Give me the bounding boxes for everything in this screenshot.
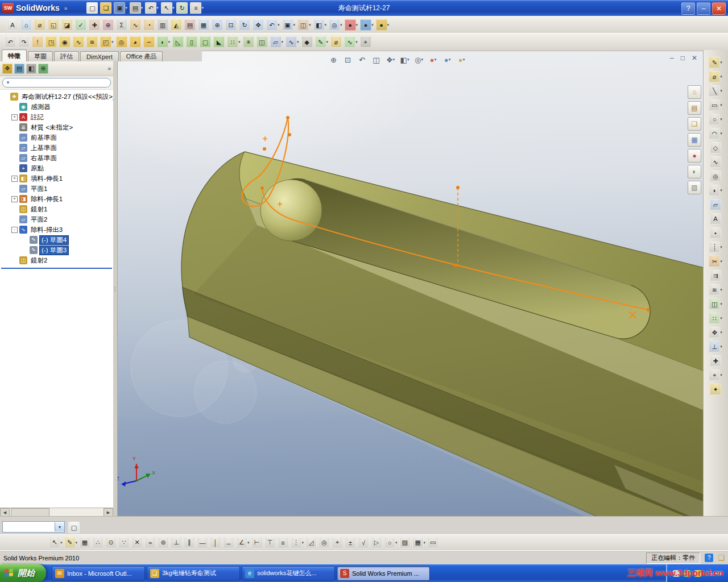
area-hatch[interactable]: ▨ <box>399 537 411 548</box>
zebra-stripes[interactable]: ▥ <box>157 19 169 31</box>
dropdown-arrow-icon[interactable]: ▾ <box>168 40 171 44</box>
dropdown-arrow-icon[interactable]: ▾ <box>125 6 127 10</box>
open[interactable]: ❏ <box>100 2 112 14</box>
draft-analysis[interactable]: ◭ <box>171 19 183 31</box>
spell-checker[interactable]: A <box>7 19 19 31</box>
undo[interactable]: ↶ ▾ <box>145 2 159 14</box>
display-style[interactable]: ◧ ▾ <box>313 19 328 31</box>
tree-item[interactable]: ◫ 鏡射1 <box>0 204 113 214</box>
tree-item[interactable]: + ◧ 填料-伸長1 <box>0 173 113 184</box>
text[interactable]: A <box>710 213 722 225</box>
section-properties[interactable]: ◪ <box>61 19 73 31</box>
snap-vertical[interactable]: │ <box>210 537 222 548</box>
geometry-analysis[interactable]: ✚ <box>89 19 101 31</box>
dimension-horizontal[interactable]: ⊢ <box>251 537 263 548</box>
snap-midpoint[interactable]: ∵ <box>118 537 130 548</box>
tree-expander[interactable]: + <box>11 176 18 182</box>
panel-splitter[interactable]: ⋮ <box>113 61 118 516</box>
instant3d[interactable]: ◆ <box>301 36 313 48</box>
commandmanager-tab[interactable]: 草圖 <box>28 51 53 61</box>
rapid-sketch[interactable]: ✦ <box>710 384 722 395</box>
dropdown-arrow-icon[interactable]: ▾ <box>278 23 280 27</box>
spline[interactable]: ∿ <box>710 156 722 168</box>
display-relations[interactable]: ⊥ ▾ <box>709 341 723 352</box>
view-orientation[interactable]: ❖▾ <box>386 55 396 65</box>
spline-tools[interactable]: ∿ ▾ <box>344 36 358 48</box>
convert-entities[interactable]: ⇉ <box>710 270 722 281</box>
curvature[interactable]: ◔ <box>143 19 155 31</box>
dropdown-arrow-icon[interactable]: ▾ <box>141 6 143 10</box>
snap-perpendicular[interactable]: ⊥ <box>171 537 183 548</box>
commandmanager-tab[interactable]: 評估 <box>54 51 79 61</box>
dropdown-arrow-icon[interactable]: ▾ <box>111 40 114 44</box>
snap-tangent[interactable]: ⊚ <box>158 537 169 548</box>
tree-item[interactable]: ⌖ 原點 <box>0 163 113 173</box>
tree-item[interactable]: - ∿ 除料-掃出3 <box>0 225 113 235</box>
sketch[interactable]: ✎ ▾ <box>709 57 723 68</box>
extruded-boss[interactable]: ◳ <box>46 36 57 48</box>
view-settings[interactable]: ● ▾ <box>376 19 390 31</box>
tree-item[interactable]: + ◨ 除料-伸長1 <box>0 194 113 204</box>
dropdown-arrow-icon[interactable]: ▾ <box>395 541 398 545</box>
chamfer[interactable]: ◺ <box>172 36 184 48</box>
smart-dimension[interactable]: ⌀ ▾ <box>709 71 723 82</box>
dropdown-arrow-icon[interactable]: ▾ <box>201 6 204 10</box>
tree-item[interactable]: ◫ 鏡射2 <box>0 255 113 265</box>
tree-item[interactable]: ▱ 右基準面 <box>0 153 113 163</box>
repair-sketch[interactable]: ✚ <box>710 355 722 367</box>
scroll-right-arrow[interactable]: ▶ <box>104 508 113 517</box>
tree-item[interactable]: + A 註記 <box>0 112 113 122</box>
rollback-bar[interactable] <box>1 268 112 269</box>
featuremanager-tab[interactable]: ❖ <box>2 64 13 74</box>
zoom-to-fit[interactable]: ⊕ <box>212 19 224 31</box>
dimension-vertical[interactable]: ⊤ <box>264 537 276 548</box>
tree-item[interactable]: ▱ 平面2 <box>0 214 113 225</box>
tree-item[interactable]: ▱ 平面1 <box>0 184 113 194</box>
dropdown-arrow-icon[interactable]: ▾ <box>720 259 722 264</box>
quick-selector-combo[interactable]: ▾ <box>2 521 65 533</box>
previous-view[interactable]: ↶ <box>357 55 367 65</box>
sketch[interactable]: ✎ ▾ <box>315 36 329 48</box>
import-diagnostics[interactable]: ⊕ <box>102 19 114 31</box>
dropdown-arrow-icon[interactable]: ▾ <box>325 23 327 27</box>
dropdown-arrow-icon[interactable]: ▾ <box>720 103 722 107</box>
document-icon[interactable]: ▢ <box>68 522 80 533</box>
snap-nearest[interactable]: ≈ <box>144 537 156 548</box>
sw-tag-icon[interactable]: ❏ <box>718 554 725 562</box>
panel-horizontal-scrollbar[interactable]: ◀ ▶ <box>0 508 113 517</box>
close-button[interactable]: ✕ <box>712 2 726 15</box>
select[interactable]: ↖ ▾ <box>161 2 175 14</box>
mass-properties[interactable]: ◱ <box>48 19 60 31</box>
dropdown-arrow-icon[interactable]: ▾ <box>421 57 423 62</box>
dropdown-arrow-icon[interactable]: ▾ <box>297 40 299 44</box>
solidworks-resources[interactable]: ⌂ <box>688 85 701 99</box>
dropdown-arrow-icon[interactable]: ▾ <box>720 60 722 65</box>
appearances[interactable]: ● <box>688 149 701 163</box>
thickness-analysis[interactable]: ▤ <box>184 19 196 31</box>
hide-show-items[interactable]: ◎▾ <box>414 55 424 65</box>
redo-small[interactable]: ↷ <box>18 36 30 48</box>
snap-angle[interactable]: ∠ ▾ <box>236 537 250 548</box>
print[interactable]: ▤ ▾ <box>130 2 144 14</box>
sketch-fillet[interactable]: ◗ ▾ <box>709 185 723 196</box>
dropdown-arrow-icon[interactable]: ▾ <box>282 40 284 44</box>
scenes[interactable]: ◐ <box>688 165 701 178</box>
dropdown-arrow-icon[interactable]: ▾ <box>355 40 358 44</box>
commandmanager-tab[interactable]: Office 產品 <box>120 51 163 61</box>
dropdown-arrow-icon[interactable]: ▾ <box>720 188 722 193</box>
lofted-boss[interactable]: ≋ <box>86 36 98 48</box>
dropdown-arrow-icon[interactable]: ▾ <box>720 316 722 321</box>
tree-item[interactable]: ✎ (-) 草圖4 <box>0 235 113 245</box>
zoom-to-area[interactable]: ⊡ <box>343 55 353 65</box>
move-entities[interactable]: ✥ ▾ <box>709 327 723 338</box>
dropdown-arrow-icon[interactable]: ▾ <box>720 89 722 93</box>
tree-expander[interactable]: + <box>11 114 18 120</box>
graphics-area[interactable]: Z Y X ⊕ ⊡ ↶ ◫ ❖▾ ◧ <box>114 50 703 516</box>
dropdown-arrow-icon[interactable]: ▾ <box>720 330 722 335</box>
swept-cut[interactable]: ∽ <box>143 36 155 48</box>
zoom-to-fit[interactable]: ⊕ <box>329 55 339 65</box>
hole-callout[interactable]: ◎ <box>318 537 330 548</box>
note[interactable]: ▭ <box>427 537 439 548</box>
fillet[interactable]: ◗ ▾ <box>157 36 171 48</box>
measure[interactable]: ⌀ <box>34 19 46 31</box>
